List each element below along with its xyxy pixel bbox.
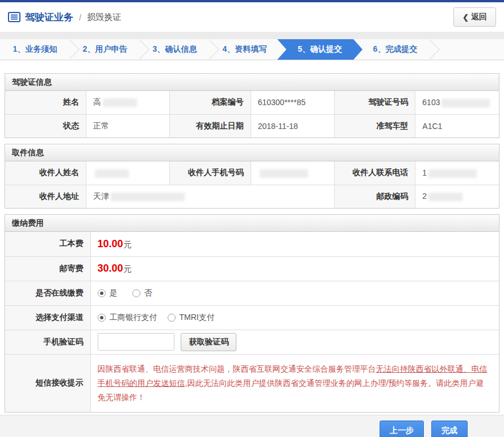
channel-tmri-radio[interactable]: TMRI支付: [168, 313, 215, 323]
table-row: 选择支付渠道 工商银行支付 TMRI支付: [5, 305, 499, 330]
vehicle-class-label: 准驾车型: [334, 114, 415, 138]
page-header: 驾驶证业务 / 损毁换证 ❮ 返回: [0, 2, 504, 32]
recipient-phone-label: 收件人联系电话: [334, 161, 415, 185]
sms-notice-text: 因陕西省联通、电信运营商技术问题，陕西省互联网交通安全综合服务管理平台无法向持陕…: [98, 362, 491, 405]
redacted-blur: [428, 169, 477, 178]
postal-code-label: 邮政编码: [334, 185, 415, 208]
get-code-button[interactable]: 获取验证码: [181, 333, 236, 351]
radio-label: TMRI支付: [180, 313, 215, 323]
mailing-fee-value: 30.00元: [90, 256, 499, 281]
header-divider: [0, 32, 504, 39]
name-label: 姓名: [5, 91, 86, 114]
step-2-declaration[interactable]: 2、用户申告: [70, 39, 140, 60]
status-value: 正常: [86, 114, 170, 138]
table-row: 姓名 高 档案编号 610300****85 驾驶证号码 6103: [5, 91, 499, 114]
name-value: 高: [86, 91, 170, 114]
mailing-fee-amount: 30.00: [98, 263, 123, 274]
step-6-complete[interactable]: 6、完成提交: [360, 39, 430, 60]
redacted-blur: [441, 99, 490, 107]
radio-unchecked-icon[interactable]: [168, 314, 176, 322]
recipient-mobile-label: 收件人手机号码: [170, 161, 251, 185]
table-row: 邮寄费 30.00元: [5, 256, 499, 281]
license-number-value: 6103: [415, 91, 499, 114]
postal-code-value: 2: [415, 185, 499, 208]
file-number-value: 610300****85: [251, 91, 334, 114]
recipient-address-value: 天津: [86, 185, 335, 208]
redacted-blur: [428, 193, 463, 201]
list-icon: [8, 12, 20, 22]
back-button-label: 返回: [471, 12, 487, 22]
step-5-confirm-submit-active[interactable]: 5、确认提交: [277, 39, 363, 60]
breadcrumb-current: 损毁换证: [87, 12, 121, 23]
pickup-section-title: 取件信息: [5, 144, 499, 161]
expiry-date-label: 有效期止日期: [170, 114, 251, 138]
pay-channel-label: 选择支付渠道: [5, 305, 90, 330]
redacted-blur: [95, 169, 129, 178]
table-row: 是否在线缴费 是 否: [5, 281, 499, 305]
payment-section: 缴纳费用 工本费 10.00元 邮寄费 30.00元 是否在线缴费 是: [5, 214, 499, 413]
recipient-mobile-value: [251, 161, 334, 185]
page-title: 驾驶证业务: [25, 11, 73, 24]
footer-action-bar: 上一步 完成: [0, 415, 504, 437]
step-3-confirm-info[interactable]: 3、确认信息: [140, 39, 210, 60]
redacted-blur: [111, 193, 185, 201]
radio-checked-icon[interactable]: [98, 314, 106, 322]
radio-label: 是: [110, 288, 118, 298]
table-row: 手机验证码 获取验证码: [5, 330, 499, 354]
step-wizard: 1、业务须知 2、用户申告 3、确认信息 4、资料填写 5、确认提交 6、完成提…: [0, 39, 504, 60]
vehicle-class-value: A1C1: [415, 114, 499, 138]
license-info-section: 驾驶证信息 姓名 高 档案编号 610300****85 驾驶证号码 6103 …: [5, 73, 499, 138]
back-button[interactable]: ❮ 返回: [453, 7, 496, 27]
fee-unit: 元: [124, 240, 132, 249]
channel-icbc-radio[interactable]: 工商银行支付: [98, 313, 157, 323]
license-section-title: 驾驶证信息: [5, 74, 499, 91]
table-row: 短信接收提示 因陕西省联通、电信运营商技术问题，陕西省互联网交通安全综合服务管理…: [5, 354, 499, 412]
fee-unit: 元: [124, 264, 132, 273]
mailing-fee-label: 邮寄费: [5, 256, 90, 281]
online-pay-no-radio[interactable]: 否: [132, 288, 152, 298]
radio-label: 否: [144, 288, 152, 298]
sms-code-label: 手机验证码: [5, 330, 90, 354]
redacted-blur: [260, 169, 308, 178]
status-label: 状态: [5, 114, 86, 138]
expiry-date-value: 2018-11-18: [251, 114, 334, 138]
pickup-info-section: 取件信息 收件人姓名 收件人手机号码 收件人联系电话 1 收件人地址 天津 邮政…: [5, 144, 499, 209]
redacted-blur: [103, 98, 137, 107]
online-pay-label: 是否在线缴费: [5, 281, 90, 305]
recipient-name-value: [86, 161, 170, 185]
production-fee-value: 10.00元: [90, 232, 499, 256]
step-4-fill-data[interactable]: 4、资料填写: [210, 39, 280, 60]
step-1-notice[interactable]: 1、业务须知: [0, 39, 70, 60]
radio-label: 工商银行支付: [110, 313, 157, 323]
license-number-label: 驾驶证号码: [334, 91, 415, 114]
recipient-phone-value: 1: [415, 161, 499, 185]
radio-checked-icon[interactable]: [98, 289, 106, 297]
recipient-name-label: 收件人姓名: [5, 161, 86, 185]
online-pay-yes-radio[interactable]: 是: [98, 288, 118, 298]
payment-section-title: 缴纳费用: [5, 215, 499, 232]
sms-code-input[interactable]: [98, 333, 174, 351]
table-row: 收件人地址 天津 邮政编码 2: [5, 185, 499, 208]
production-fee-label: 工本费: [5, 232, 90, 256]
table-row: 工本费 10.00元: [5, 232, 499, 256]
finish-button[interactable]: 完成: [431, 421, 468, 437]
breadcrumb-separator: /: [79, 13, 81, 22]
table-row: 收件人姓名 收件人手机号码 收件人联系电话 1: [5, 161, 499, 185]
sms-notice-label: 短信接收提示: [5, 354, 90, 412]
chevron-left-icon: ❮: [463, 13, 469, 22]
previous-step-button[interactable]: 上一步: [380, 421, 424, 437]
steps-filler: [430, 39, 504, 60]
table-row: 状态 正常 有效期止日期 2018-11-18 准驾车型 A1C1: [5, 114, 499, 138]
radio-unchecked-icon[interactable]: [132, 289, 140, 297]
file-number-label: 档案编号: [170, 91, 251, 114]
recipient-address-label: 收件人地址: [5, 185, 86, 208]
production-fee-amount: 10.00: [98, 238, 123, 249]
